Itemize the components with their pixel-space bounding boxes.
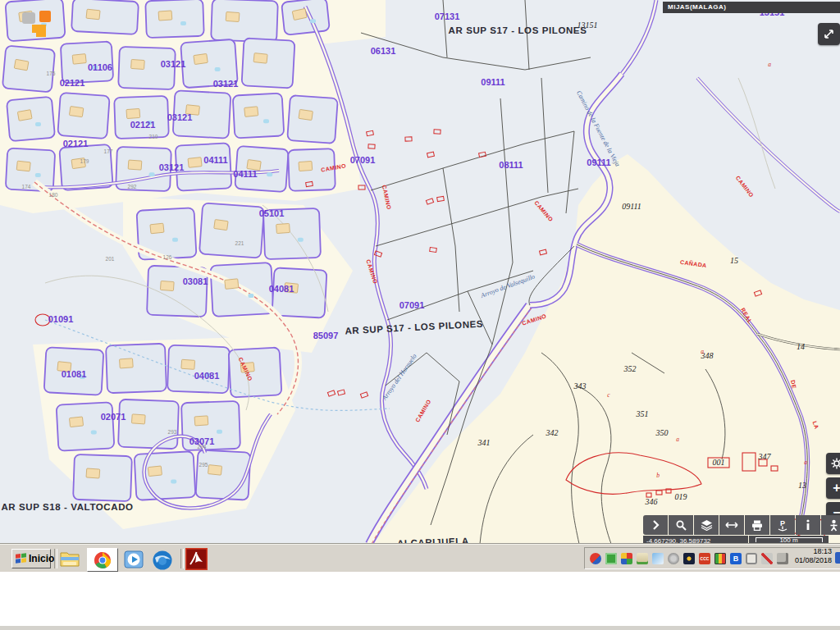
parcel-block bbox=[242, 38, 295, 88]
map-label: 126 bbox=[163, 254, 172, 260]
map-label: 201 bbox=[106, 256, 115, 262]
tray-icon-color-quad[interactable] bbox=[621, 553, 632, 564]
map-label: 177 bbox=[104, 148, 113, 154]
pan-arrow-button[interactable] bbox=[643, 515, 668, 535]
parcel-block bbox=[118, 399, 179, 449]
quicklaunch-media-player[interactable] bbox=[124, 550, 144, 573]
zoom-in-button[interactable]: + bbox=[826, 477, 840, 499]
quicklaunch-acrobat[interactable] bbox=[185, 548, 208, 573]
tray-icon-package-update[interactable] bbox=[637, 553, 648, 564]
building bbox=[69, 107, 83, 117]
cadastral-map[interactable]: 0713106131131510911101106021210312103121… bbox=[0, 0, 840, 544]
pool bbox=[35, 173, 41, 177]
building bbox=[160, 281, 174, 290]
map-label: 03121 bbox=[159, 162, 185, 172]
pool bbox=[217, 430, 222, 434]
map-label: 347 bbox=[758, 452, 772, 461]
building bbox=[131, 414, 145, 424]
quicklaunch-thunderbird[interactable] bbox=[152, 550, 173, 574]
tray-icon-sync-blue[interactable] bbox=[652, 553, 664, 564]
layers-button[interactable] bbox=[694, 515, 719, 535]
map-label: 09111 bbox=[622, 202, 641, 211]
measure-button[interactable] bbox=[719, 515, 744, 535]
map-label: AR SUP S18 - VALTOCADO bbox=[1, 502, 133, 512]
map-label: 02121 bbox=[60, 78, 85, 88]
pool bbox=[172, 238, 178, 242]
map-label: 01106 bbox=[88, 62, 112, 72]
map-label: 03121 bbox=[161, 59, 186, 69]
map-label: 01081 bbox=[62, 369, 87, 379]
taskbar-separator bbox=[180, 549, 184, 568]
building bbox=[226, 11, 240, 21]
map-label: 03121 bbox=[213, 79, 239, 89]
tray-icon-ccleaner[interactable] bbox=[590, 553, 601, 564]
expand-button[interactable] bbox=[818, 23, 840, 45]
building bbox=[253, 53, 267, 64]
tray-date: 01/08/2018 bbox=[795, 556, 832, 565]
locate-settings-button[interactable] bbox=[826, 453, 840, 474]
tray-icon-monitor-navy[interactable] bbox=[683, 553, 695, 564]
start-button[interactable]: Inicio bbox=[11, 549, 51, 568]
parcel-block bbox=[106, 344, 167, 393]
parcel-block bbox=[57, 402, 115, 450]
pool bbox=[180, 21, 186, 25]
windows-logo-icon bbox=[16, 553, 26, 564]
tray-icon-bluetooth[interactable]: B bbox=[730, 553, 742, 564]
start-button-label: Inicio bbox=[29, 553, 54, 564]
tray-icon-partial[interactable] bbox=[835, 552, 840, 564]
map-label: 293 bbox=[168, 429, 177, 435]
pool bbox=[310, 19, 316, 23]
tray-icon-disk-meter[interactable] bbox=[714, 553, 726, 564]
tray-clock[interactable]: 18:13 01/08/2018 bbox=[795, 547, 832, 565]
building bbox=[14, 59, 29, 71]
tray-icon-volume-muted[interactable] bbox=[761, 553, 773, 564]
double-arrow-icon bbox=[725, 521, 738, 529]
info-icon bbox=[805, 519, 811, 531]
tray-icon-display-gray[interactable] bbox=[746, 553, 757, 564]
tray-icon-antivirus-green[interactable] bbox=[605, 553, 617, 564]
pool bbox=[91, 430, 97, 434]
map-label: 05101 bbox=[259, 208, 285, 218]
pegman-icon bbox=[829, 519, 839, 532]
map-label: 07131 bbox=[435, 11, 460, 21]
pool bbox=[248, 294, 253, 298]
pool bbox=[171, 479, 176, 483]
map-label: b bbox=[656, 472, 660, 479]
tray-icon-catalyst-red[interactable]: CCC bbox=[699, 553, 710, 564]
map-label: 09111 bbox=[481, 77, 504, 87]
tray-icon-cluster-gray[interactable] bbox=[668, 553, 679, 564]
map-label: 03081 bbox=[183, 276, 208, 286]
map-label: 350 bbox=[655, 428, 669, 437]
info-button[interactable] bbox=[796, 515, 820, 535]
map-label: 06131 bbox=[371, 46, 396, 56]
tray-icon-network[interactable] bbox=[777, 553, 788, 564]
parcel-block bbox=[211, 0, 278, 42]
print-button[interactable] bbox=[745, 515, 769, 535]
marker-p-icon: P bbox=[777, 519, 788, 532]
map-label: 04111 bbox=[203, 155, 227, 165]
printer-icon bbox=[751, 520, 763, 531]
map-label: 019 bbox=[675, 492, 687, 501]
building bbox=[225, 279, 239, 290]
screen-bottom-strip bbox=[0, 626, 840, 630]
map-label: 02071 bbox=[101, 412, 126, 422]
quicklaunch-folder-explorer[interactable] bbox=[59, 550, 80, 571]
building bbox=[208, 465, 221, 476]
building bbox=[16, 161, 30, 171]
taskbar: Inicio bbox=[0, 544, 840, 572]
map-label: 210 bbox=[149, 134, 158, 139]
quicklaunch-chrome[interactable] bbox=[87, 548, 118, 572]
map-label: 342 bbox=[546, 428, 559, 437]
tray-time: 18:13 bbox=[795, 547, 832, 556]
parcel-block bbox=[73, 454, 132, 501]
zoom-search-button[interactable] bbox=[669, 515, 693, 535]
building bbox=[181, 359, 195, 369]
map-label: 295 bbox=[199, 462, 208, 468]
map-label: a bbox=[701, 348, 704, 355]
street-marker-button[interactable]: P bbox=[770, 515, 795, 535]
pegman-button[interactable] bbox=[821, 515, 840, 535]
building bbox=[86, 9, 100, 20]
cadastral-map-viewport[interactable]: 0713106131131510911101106021210312103121… bbox=[0, 0, 840, 544]
pool bbox=[267, 172, 272, 176]
map-label: 343 bbox=[573, 381, 587, 390]
